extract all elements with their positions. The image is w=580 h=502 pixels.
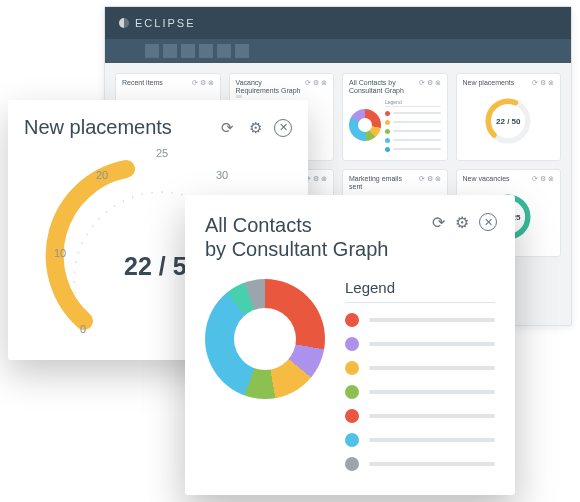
legend-dot-icon (345, 433, 359, 447)
gauge-value: 22 / 50 (481, 94, 535, 148)
close-icon[interactable]: ⊗ (435, 175, 441, 183)
tick-30: 30 (216, 169, 228, 181)
settings-icon[interactable]: ⚙ (540, 79, 546, 87)
legend-item (345, 433, 495, 447)
ribbon-item[interactable] (199, 44, 213, 58)
widget-title: New vacancies (463, 175, 510, 183)
tick-25: 25 (156, 147, 168, 159)
settings-icon[interactable]: ⚙ (200, 79, 206, 87)
tick-10: 10 (54, 247, 66, 259)
close-icon[interactable]: ✕ (274, 119, 292, 137)
ribbon-item[interactable] (217, 44, 231, 58)
close-icon[interactable]: ⊗ (548, 79, 554, 87)
legend-dot-icon (345, 337, 359, 351)
app-logo: ECLIPSE (119, 17, 195, 29)
refresh-icon[interactable]: ⟳ (532, 79, 538, 87)
refresh-icon[interactable]: ⟳ (419, 175, 425, 183)
widget-all-contacts[interactable]: All Contacts by Consultant Graph ⟳ ⚙ ⊗ L… (342, 73, 448, 161)
legend-item (345, 457, 495, 471)
card-all-contacts[interactable]: All Contactsby Consultant Graph ⟳ ⚙ ✕ Le… (185, 195, 515, 495)
eclipse-icon (119, 18, 129, 28)
donut-chart (349, 109, 381, 141)
settings-icon[interactable]: ⚙ (427, 175, 433, 183)
legend-dot-icon (345, 409, 359, 423)
legend-title: Legend (345, 279, 495, 303)
legend-item (345, 313, 495, 327)
close-icon[interactable]: ⊗ (321, 79, 327, 87)
title-bar: ECLIPSE (105, 7, 571, 39)
widget-title: Recent items (122, 79, 163, 87)
legend-title: Legend (385, 99, 441, 107)
settings-icon[interactable]: ⚙ (540, 175, 546, 183)
ribbon-bar (105, 39, 571, 63)
settings-icon[interactable]: ⚙ (427, 79, 433, 87)
mini-legend: Legend (385, 99, 441, 152)
widget-title: Vacancy Requirements Graph (236, 79, 302, 95)
legend-dot-icon (345, 385, 359, 399)
close-icon[interactable]: ⊗ (548, 175, 554, 183)
donut-chart-large (205, 279, 325, 399)
legend: Legend (345, 279, 495, 481)
refresh-icon[interactable]: ⟳ (192, 79, 198, 87)
tick-20: 20 (96, 169, 108, 181)
gear-icon[interactable]: ⚙ (455, 213, 469, 232)
refresh-icon[interactable]: ⟳ (218, 119, 236, 137)
card-title: New placements (24, 116, 172, 139)
widget-title: Marketing emails sent (349, 175, 415, 191)
widget-title: All Contacts by Consultant Graph (349, 79, 415, 95)
legend-item (345, 409, 495, 423)
legend-dot-icon (345, 457, 359, 471)
close-icon[interactable]: ⊗ (208, 79, 214, 87)
refresh-icon[interactable]: ⟳ (419, 79, 425, 87)
legend-item (345, 337, 495, 351)
ribbon-item[interactable] (235, 44, 249, 58)
app-name: ECLIPSE (135, 17, 195, 29)
settings-icon[interactable]: ⚙ (313, 79, 319, 87)
close-icon[interactable]: ⊗ (321, 175, 327, 183)
widget-new-placements[interactable]: New placements ⟳ ⚙ ⊗ 22 / 50 (456, 73, 562, 161)
ribbon-item[interactable] (145, 44, 159, 58)
ribbon-item[interactable] (163, 44, 177, 58)
legend-dot-icon (345, 313, 359, 327)
refresh-icon[interactable]: ⟳ (305, 79, 311, 87)
refresh-icon[interactable]: ⟳ (432, 213, 445, 232)
widget-title: New placements (463, 79, 515, 87)
legend-dot-icon (345, 361, 359, 375)
close-icon[interactable]: ⊗ (435, 79, 441, 87)
ribbon-item[interactable] (181, 44, 195, 58)
refresh-icon[interactable]: ⟳ (532, 175, 538, 183)
legend-item (345, 385, 495, 399)
gauge-chart: 22 / 50 (481, 94, 535, 148)
legend-item (345, 361, 495, 375)
close-icon[interactable]: ✕ (479, 213, 497, 231)
settings-icon[interactable]: ⚙ (313, 175, 319, 183)
gear-icon[interactable]: ⚙ (246, 119, 264, 137)
tick-0: 0 (80, 323, 86, 335)
